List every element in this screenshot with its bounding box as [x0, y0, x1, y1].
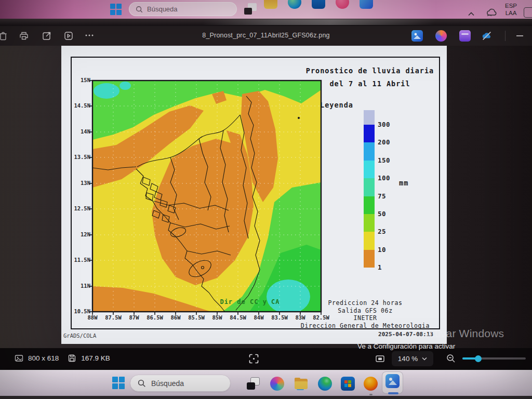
- map-region-cyan-small: [119, 82, 131, 90]
- legend-seg: [364, 161, 375, 178]
- x-tick-label: 84W: [247, 314, 270, 321]
- gallery-icon[interactable]: [411, 30, 423, 42]
- legend-label: 10: [378, 246, 386, 254]
- firefox-running-indicator: [369, 394, 373, 395]
- precipitation-map: [92, 81, 321, 312]
- taskbar-search-box[interactable]: Búsqueda: [130, 375, 231, 392]
- edge-icon[interactable]: [288, 0, 301, 9]
- store-icon[interactable]: [341, 377, 355, 391]
- island-dot: [298, 117, 300, 119]
- edge-icon[interactable]: [318, 377, 332, 391]
- folder-icon[interactable]: [264, 0, 277, 9]
- fit-to-window-button[interactable]: [375, 354, 385, 364]
- legend-colorbar: [364, 110, 375, 268]
- x-tick-label: 84.5W: [227, 314, 249, 321]
- search-placeholder: Búsqueda: [147, 5, 178, 13]
- store-icon[interactable]: [312, 0, 325, 9]
- monitor-bezel: [0, 19, 532, 26]
- legend-label: 25: [378, 228, 386, 235]
- legend-title: Leyenda: [320, 101, 353, 109]
- y-tick-label: 13.5N: [66, 154, 90, 160]
- photos-icon[interactable]: [360, 0, 373, 9]
- legend-label: 100: [378, 174, 390, 182]
- legend-label: 50: [378, 210, 386, 218]
- copilot-icon[interactable]: [270, 377, 284, 391]
- start-button[interactable]: [110, 4, 122, 15]
- task-view-button[interactable]: [246, 377, 260, 391]
- upper-monitor-taskbar: Búsqueda: [0, 0, 532, 19]
- tray-language-indicator[interactable]: ESP LAA: [505, 3, 517, 17]
- tray-cloud-icon[interactable]: [485, 7, 498, 20]
- zoom-level-value: 140 %: [398, 355, 418, 363]
- minimize-button[interactable]: [516, 35, 523, 36]
- file-explorer-icon[interactable]: [294, 377, 308, 391]
- pink-app-icon[interactable]: [336, 0, 349, 9]
- y-tick-label: 15N: [66, 77, 90, 83]
- zoom-slider-handle[interactable]: [475, 355, 482, 362]
- y-tick-label: 11.5N: [66, 257, 90, 263]
- firefox-icon[interactable]: [364, 377, 378, 391]
- x-tick-label: 88W: [81, 314, 104, 321]
- y-tick-label: 11N: [66, 283, 90, 289]
- zoom-slider[interactable]: [462, 357, 526, 360]
- zoom-out-button[interactable]: [446, 353, 456, 364]
- clipchamp-icon[interactable]: [459, 30, 471, 42]
- legend-label: 200: [378, 138, 390, 146]
- map-note: Dir de CC y CA: [211, 298, 289, 305]
- image-viewer-canvas: Pronostico de lluvia diaria del 7 al 11 …: [0, 46, 532, 348]
- activate-windows-watermark-line2: Ve a Configuración para activar: [357, 342, 455, 350]
- legend-seg: [364, 214, 375, 232]
- y-tick-label: 14.5N: [66, 102, 90, 109]
- legend-seg: [364, 142, 375, 160]
- photos-icon[interactable]: [385, 374, 400, 388]
- screen-glare: [201, 19, 438, 25]
- legend-label: 150: [378, 156, 390, 164]
- legend-seg: [364, 250, 375, 268]
- filesize-icon: [68, 354, 76, 363]
- legend-seg: [364, 232, 375, 249]
- designer-icon[interactable]: [435, 30, 447, 42]
- search-icon: [138, 379, 146, 388]
- legend-seg: [364, 110, 375, 125]
- titlebar-separator: [505, 31, 506, 41]
- legend-seg: [364, 178, 375, 196]
- visual-search-button[interactable]: [248, 353, 259, 364]
- chart-info-block: Prediccion 24 horas Salida GFS 06z INETE…: [286, 299, 445, 329]
- y-tick-label: 12.5N: [66, 205, 90, 211]
- x-tick-label: 85W: [206, 314, 229, 321]
- windows-taskbar: Búsqueda: [0, 370, 532, 396]
- chevron-down-icon: [422, 357, 427, 361]
- dimensions-icon: [15, 354, 23, 363]
- search-box[interactable]: Búsqueda: [129, 2, 237, 16]
- search-placeholder: Búsqueda: [151, 379, 184, 388]
- legend-label: 1: [378, 263, 382, 271]
- y-tick-label: 10.5N: [66, 308, 90, 314]
- cloud-off-icon[interactable]: [481, 30, 493, 42]
- zoom-level-dropdown[interactable]: 140 %: [392, 351, 433, 366]
- y-tick-label: 14N: [66, 128, 90, 135]
- search-icon: [136, 6, 143, 13]
- legend-unit: mm: [399, 179, 408, 187]
- map-region-cyan-northwest: [94, 83, 119, 99]
- x-tick-label: 87.5W: [102, 314, 125, 321]
- x-tick-label: 86W: [164, 314, 187, 321]
- tray-partial-icon[interactable]: [524, 7, 532, 18]
- photos-active-indicator: [388, 392, 398, 394]
- grads-credit: GrADS/COLA: [63, 332, 96, 339]
- photos-titlebar: 8_Pronost_prc_07_11Abril25_GFS06z.png: [0, 26, 532, 46]
- photos-statusbar: 800 x 618 167.9 KB 140 %: [0, 348, 532, 370]
- x-tick-label: 87W: [123, 314, 145, 321]
- forecast-image[interactable]: Pronostico de lluvia diaria del 7 al 11 …: [61, 46, 447, 344]
- legend-label: 75: [378, 192, 386, 200]
- x-tick-label: 85.5W: [185, 314, 208, 321]
- start-button[interactable]: [112, 377, 125, 390]
- activate-windows-watermark: Activar Windows: [422, 327, 504, 340]
- legend-label: 300: [378, 121, 390, 128]
- tray-chevron-up[interactable]: [468, 9, 475, 19]
- x-tick-label: 86.5W: [143, 314, 166, 321]
- file-size: 167.9 KB: [81, 354, 110, 362]
- screen-photo: Búsqueda 8_Pronost_prc_07_11Abril25_GFS: [0, 0, 532, 399]
- task-view-button[interactable]: [244, 3, 257, 15]
- y-tick-label: 13N: [66, 180, 90, 186]
- photo-bottom-edge: [0, 396, 532, 399]
